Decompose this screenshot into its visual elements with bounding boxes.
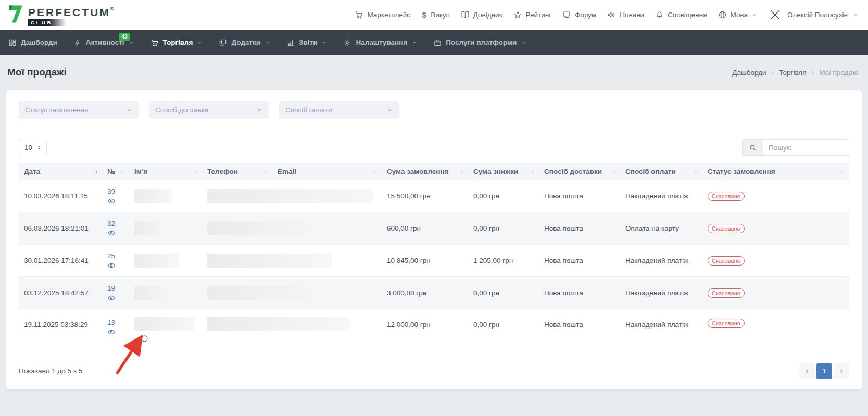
nav-label: Додатки — [231, 39, 260, 46]
gear-icon — [343, 39, 351, 47]
view-order-button[interactable] — [107, 328, 116, 336]
page-size-select[interactable]: 10 — [19, 140, 47, 155]
col-delivery[interactable]: Спосіб доставки↑↓ — [539, 163, 620, 180]
breadcrumb-dashboards[interactable]: Дашборди — [732, 69, 766, 77]
menu-item-notifications[interactable]: Сповіщення — [655, 10, 707, 19]
results-summary: Показано 1 до 5 з 5 — [19, 367, 82, 375]
eye-icon — [107, 229, 116, 237]
chevron-down-icon — [387, 107, 393, 113]
order-number-link[interactable]: 13 — [107, 319, 115, 326]
col-number[interactable]: №↑↓ — [102, 163, 129, 180]
speaker-icon — [607, 10, 616, 19]
col-order-sum[interactable]: Сума замовлення↑↓ — [382, 163, 468, 180]
order-number-link[interactable]: 25 — [107, 252, 115, 260]
redacted-name — [134, 286, 174, 300]
redacted-contact — [207, 221, 332, 235]
cell-number: 32 — [102, 212, 129, 245]
order-number-link[interactable]: 39 — [107, 187, 115, 195]
eye-icon — [107, 261, 116, 270]
col-label: Сума знижки — [473, 168, 518, 175]
order-number-link[interactable]: 19 — [107, 284, 115, 292]
sort-icon[interactable]: ↑↓ — [193, 168, 197, 174]
pagination-page-1[interactable]: 1 — [816, 363, 832, 379]
order-number-link[interactable]: 32 — [107, 220, 115, 228]
nav-item-addons[interactable]: Додатки — [219, 39, 270, 47]
breadcrumb-current: Мої продажі — [819, 69, 859, 77]
nav-item-reports[interactable]: Звіти — [286, 39, 327, 47]
redacted-name — [134, 221, 167, 235]
search-button[interactable] — [742, 139, 763, 156]
delivery-method-filter[interactable]: Спосіб доставки — [149, 101, 269, 119]
menu-item-buyout[interactable]: $ Викуп — [421, 10, 450, 19]
view-order-button[interactable] — [107, 294, 116, 302]
breadcrumb-trade[interactable]: Торгівля — [779, 69, 806, 77]
cell-payment: Накладений платіж — [620, 180, 702, 212]
dashboard-icon — [8, 39, 17, 47]
col-date[interactable]: Дата↑↓ — [19, 163, 102, 180]
cell-order-sum: 15 500,00 грн — [382, 180, 468, 212]
menu-item-directory[interactable]: Довідник — [461, 10, 502, 19]
table-row: 30.01.2026 17:16:41 25 10 845,00 грн 1 2… — [19, 245, 849, 277]
brand-logo[interactable]: PERFECTUM® CLUB — [7, 4, 114, 26]
col-phone[interactable]: Телефон↑↓ — [202, 163, 272, 180]
top-header: PERFECTUM® CLUB Маркетплейс $ Викуп Дові… — [0, 0, 868, 30]
menu-item-forum[interactable]: Форум — [562, 10, 596, 19]
view-order-button[interactable] — [107, 229, 116, 237]
page-size-value: 10 — [24, 144, 32, 152]
col-name[interactable]: Імʼя↑↓ — [129, 163, 202, 180]
sort-icon[interactable]: ↑↓ — [120, 168, 124, 174]
sort-icon[interactable]: ↑↓ — [530, 168, 534, 174]
col-status[interactable]: Статус замовлення↑↓ — [702, 163, 849, 180]
sort-icon[interactable]: ↑↓ — [459, 168, 463, 174]
menu-item-news[interactable]: Новини — [607, 10, 644, 19]
nav-item-activities[interactable]: Активності 43 — [73, 39, 134, 47]
comment-button[interactable] — [141, 335, 148, 343]
pagination-next-button[interactable] — [834, 363, 849, 379]
pagination-prev-button[interactable] — [799, 363, 815, 379]
view-order-button[interactable] — [107, 261, 116, 270]
col-payment[interactable]: Спосіб оплати↑↓ — [620, 163, 702, 180]
nav-item-settings[interactable]: Налаштування — [343, 39, 417, 47]
user-menu[interactable]: Олексій Полосухін — [768, 8, 859, 22]
cell-order-sum: 3 000,00 грн — [382, 277, 468, 309]
cell-number: 13 — [102, 309, 129, 351]
redacted-contact — [207, 254, 332, 268]
nav-item-platform-services[interactable]: Послуги платформи — [433, 39, 526, 47]
cell-status: Скасовано — [702, 309, 849, 351]
stepper-icon — [36, 144, 43, 151]
cell-discount: 1 205,00 грн — [468, 245, 539, 277]
menu-item-language[interactable]: Мова — [718, 10, 757, 19]
bolt-icon — [73, 39, 82, 47]
sort-icon[interactable]: ↑↓ — [694, 168, 697, 174]
nav-item-trade[interactable]: Торгівля — [150, 39, 203, 47]
order-status-filter[interactable]: Статус замовлення — [19, 101, 139, 119]
menu-item-rating[interactable]: Рейтинг — [513, 10, 552, 19]
status-badge: Скасовано — [708, 288, 745, 298]
sort-icon[interactable]: ↑↓ — [263, 168, 267, 174]
cell-order-sum: 10 845,00 грн — [382, 245, 468, 277]
cell-phone — [202, 180, 272, 212]
nav-item-dashboards[interactable]: Дашборди — [8, 39, 57, 47]
menu-item-marketplace[interactable]: Маркетплейс — [355, 10, 410, 19]
sort-icon[interactable]: ↑↓ — [611, 168, 615, 174]
col-email[interactable]: Email↑↓ — [272, 163, 382, 180]
col-discount[interactable]: Сума знижки↑↓ — [468, 163, 539, 180]
briefcase-icon — [433, 39, 442, 47]
sort-icon[interactable]: ↑↓ — [840, 168, 844, 174]
chart-icon — [286, 39, 295, 47]
sales-table: Дата↑↓ №↑↓ Імʼя↑↓ Телефон↑↓ Email↑↓ Сума… — [19, 163, 849, 351]
cell-date: 06.03.2026 18:21:01 — [19, 212, 102, 245]
payment-method-filter[interactable]: Спосіб оплати — [279, 101, 399, 119]
cell-order-sum: 12 000,00 грн — [382, 309, 468, 351]
redacted-name — [134, 189, 172, 203]
sort-icon[interactable]: ↑↓ — [93, 168, 97, 174]
view-order-button[interactable] — [107, 197, 116, 205]
sort-icon[interactable]: ↑↓ — [373, 168, 376, 174]
search-input[interactable] — [763, 139, 849, 156]
activities-count-badge: 43 — [119, 33, 130, 41]
col-label: Дата — [24, 168, 40, 175]
filter-label: Спосіб доставки — [155, 106, 208, 114]
cell-delivery: Нова пошта — [539, 309, 620, 351]
bell-icon — [655, 10, 664, 19]
menu-label: Довідник — [473, 11, 502, 19]
